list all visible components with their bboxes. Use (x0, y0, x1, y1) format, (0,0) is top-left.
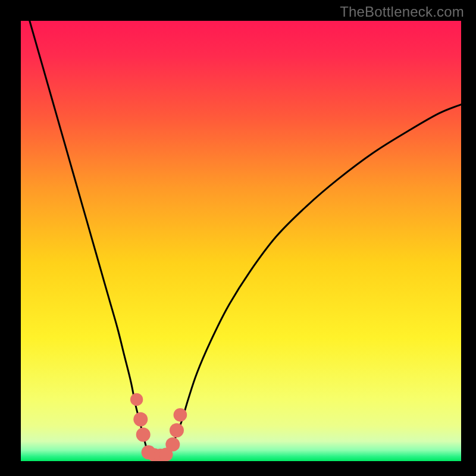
data-marker (170, 423, 184, 437)
bottleneck-curve (30, 21, 461, 456)
data-marker (130, 393, 143, 406)
data-marker (136, 428, 151, 442)
data-markers (130, 393, 187, 461)
data-marker (174, 408, 187, 422)
plot-area (21, 21, 461, 461)
chart-frame: TheBottleneck.com (0, 0, 476, 476)
watermark-text: TheBottleneck.com (340, 4, 464, 20)
data-marker (165, 437, 180, 452)
data-marker (133, 412, 148, 427)
curve-layer (21, 21, 461, 461)
